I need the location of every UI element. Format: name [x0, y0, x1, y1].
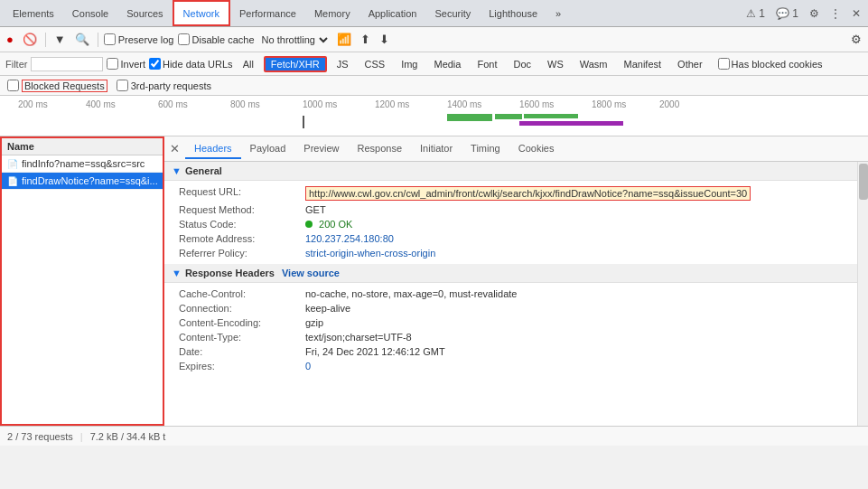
filter-type-font[interactable]: Font [471, 57, 503, 71]
devtools-tab-bar: Elements Console Sources Network Perform… [0, 0, 868, 27]
general-value-4: strict-origin-when-cross-origin [305, 248, 435, 259]
detail-tab-initiator[interactable]: Initiator [411, 139, 462, 159]
mark-1400: 1400 ms [447, 99, 481, 109]
record-button[interactable]: ● [4, 31, 16, 48]
more-icon-btn[interactable]: ⋮ [826, 5, 845, 22]
resp-header-value-5: 0 [305, 361, 311, 371]
mark-1000: 1000 ms [303, 99, 337, 109]
resp-header-label-1: Connection: [179, 303, 305, 314]
filter-type-img[interactable]: Img [395, 57, 424, 71]
request-item-0[interactable]: 📄 findInfo?name=ssq&src=src [2, 155, 163, 173]
resp-header-value-2: gzip [305, 317, 323, 328]
detail-tab-timing[interactable]: Timing [462, 139, 509, 159]
close-icon-btn[interactable]: ✕ [848, 5, 864, 22]
tab-network[interactable]: Network [173, 0, 230, 26]
resp-header-row-3: Content-Type: text/json;charset=UTF-8 [179, 330, 843, 344]
blocked-row: Blocked Requests 3rd-party requests [0, 76, 868, 96]
tab-more[interactable]: » [546, 0, 570, 26]
filter-input[interactable] [31, 57, 103, 71]
third-party-checkbox[interactable] [117, 80, 128, 91]
general-section-header[interactable]: ▼ General [164, 162, 857, 181]
filter-row: Filter Invert Hide data URLs All Fetch/X… [0, 52, 868, 76]
toolbar: ● 🚫 ▼ 🔍 Preserve log Disable cache No th… [0, 27, 868, 52]
timeline: 200 ms 400 ms 600 ms 800 ms 1000 ms 1200… [0, 96, 868, 136]
mark-1800: 1800 ms [592, 99, 626, 109]
detail-content: ▼ General Request URL: http://www.cwl.go… [164, 162, 868, 426]
tab-elements[interactable]: Elements [4, 0, 63, 26]
preserve-log-label[interactable]: Preserve log [104, 33, 174, 45]
search-button[interactable]: 🔍 [72, 31, 92, 48]
filter-type-js[interactable]: JS [331, 57, 355, 71]
tab-security[interactable]: Security [425, 0, 480, 26]
filter-type-css[interactable]: CSS [359, 57, 392, 71]
main-area: Name 📄 findInfo?name=ssq&src=src 📄 findD… [0, 136, 868, 426]
panel-settings-icon-btn[interactable]: ⚙ [848, 31, 864, 48]
separator-2 [98, 33, 98, 47]
timeline-ruler: 200 ms 400 ms 600 ms 800 ms 1000 ms 1200… [0, 96, 868, 112]
detail-tab-response[interactable]: Response [348, 139, 411, 159]
filter-type-manifest[interactable]: Manifest [618, 57, 668, 71]
status-bar: 2 / 73 requests | 7.2 kB / 34.4 kB t [0, 426, 868, 446]
request-item-name-0: findInfo?name=ssq&src=src [22, 158, 145, 169]
general-row-1: Request Method: GET [179, 202, 843, 217]
tab-console[interactable]: Console [63, 0, 117, 26]
hide-data-label[interactable]: Hide data URLs [149, 58, 233, 70]
download-icon-btn[interactable]: ⬇ [377, 31, 392, 48]
tab-application[interactable]: Application [359, 0, 426, 26]
resp-header-value-3: text/json;charset=UTF-8 [305, 332, 412, 343]
invert-checkbox[interactable] [107, 58, 118, 70]
upload-icon-btn[interactable]: ⬆ [358, 31, 373, 48]
general-value-1: GET [305, 204, 326, 215]
tab-performance[interactable]: Performance [230, 0, 305, 26]
mark-2000: 2000 [659, 99, 679, 109]
detail-tab-preview[interactable]: Preview [294, 139, 348, 159]
filter-type-ws[interactable]: WS [541, 57, 570, 71]
has-blocked-cookies-checkbox[interactable] [718, 58, 730, 70]
request-item-1[interactable]: 📄 findDrawNotice?name=ssq&i... [2, 173, 163, 190]
hide-data-checkbox[interactable] [149, 58, 161, 70]
response-headers-section-header[interactable]: ▼ Response Headers View source [164, 264, 857, 283]
blocked-requests-checkbox[interactable] [7, 80, 19, 91]
mark-400: 400 ms [86, 99, 116, 109]
has-blocked-cookies-label[interactable]: Has blocked cookies [718, 58, 823, 70]
filter-type-all[interactable]: All [237, 57, 260, 71]
detail-tabs: ✕ Headers Payload Preview Response Initi… [164, 136, 868, 162]
message-icon-btn[interactable]: 💬 1 [772, 5, 802, 22]
invert-label[interactable]: Invert [107, 58, 145, 70]
view-source-link[interactable]: View source [282, 268, 340, 278]
vertical-scrollbar[interactable] [857, 162, 868, 426]
detail-tab-payload[interactable]: Payload [241, 139, 295, 159]
general-row-4: Referrer Policy: strict-origin-when-cros… [179, 246, 843, 260]
filter-button[interactable]: ▼ [51, 31, 69, 48]
filter-type-media[interactable]: Media [427, 57, 467, 71]
request-count: 2 / 73 requests [7, 431, 73, 442]
filter-type-fetch-xhr[interactable]: Fetch/XHR [264, 56, 327, 72]
scrollbar-thumb[interactable] [859, 164, 868, 200]
detail-tab-cookies[interactable]: Cookies [509, 139, 564, 159]
detail-close-button[interactable]: ✕ [164, 140, 185, 157]
warning-icon-btn[interactable]: ⚠ 1 [742, 5, 769, 22]
wifi-icon-btn[interactable]: 📶 [334, 31, 354, 48]
request-item-icon-0: 📄 [7, 159, 18, 169]
settings-icon-btn[interactable]: ⚙ [806, 5, 823, 22]
tab-memory[interactable]: Memory [305, 0, 359, 26]
resp-header-row-4: Date: Fri, 24 Dec 2021 12:46:12 GMT [179, 344, 843, 359]
filter-type-doc[interactable]: Doc [507, 57, 537, 71]
third-party-label[interactable]: 3rd-party requests [117, 80, 211, 91]
throttle-select[interactable]: No throttling [258, 33, 331, 46]
general-value-3: 120.237.254.180:80 [305, 233, 394, 244]
filter-type-other[interactable]: Other [671, 57, 709, 71]
filter-type-wasm[interactable]: Wasm [574, 57, 614, 71]
general-row-0: Request URL: http://www.cwl.gov.cn/cwl_a… [179, 184, 843, 202]
detail-tab-headers[interactable]: Headers [185, 139, 241, 159]
tab-sources[interactable]: Sources [117, 0, 172, 26]
request-item-icon-1: 📄 [7, 176, 18, 186]
general-row-2: Status Code: 200 OK [179, 217, 843, 231]
disable-cache-label[interactable]: Disable cache [178, 33, 255, 45]
general-label-1: Request Method: [179, 204, 305, 215]
clear-button[interactable]: 🚫 [20, 31, 40, 48]
disable-cache-checkbox[interactable] [178, 33, 190, 45]
preserve-log-checkbox[interactable] [104, 33, 116, 45]
tab-lighthouse[interactable]: Lighthouse [480, 0, 546, 26]
blocked-requests-label[interactable]: Blocked Requests [7, 80, 107, 92]
